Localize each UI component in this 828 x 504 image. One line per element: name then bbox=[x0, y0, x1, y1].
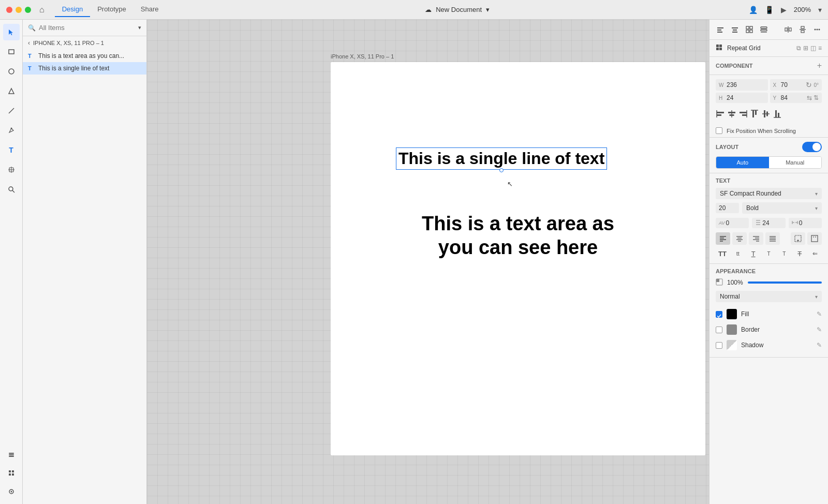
line-tool[interactable] bbox=[3, 102, 20, 119]
chevron-down-icon[interactable]: ▾ bbox=[486, 6, 490, 13]
svg-rect-53 bbox=[742, 114, 747, 116]
align-top-icon[interactable] bbox=[750, 109, 759, 120]
distribute-h-icon[interactable] bbox=[781, 23, 795, 36]
height-field[interactable]: H 24 bbox=[716, 93, 768, 103]
auto-button[interactable]: Auto bbox=[716, 157, 769, 168]
rg-ungroup-icon[interactable]: ⊞ bbox=[803, 45, 808, 52]
select-tool[interactable] bbox=[3, 24, 20, 40]
search-input[interactable] bbox=[39, 24, 135, 32]
font-family-dropdown[interactable]: SF Compact Rounded ▾ bbox=[716, 188, 822, 199]
distribute-v-icon[interactable] bbox=[796, 23, 809, 36]
align-left-icon[interactable] bbox=[716, 109, 725, 120]
text-box-auto-icon[interactable] bbox=[791, 232, 805, 245]
zoom-level[interactable]: 200% bbox=[794, 6, 811, 13]
text-align-center-icon[interactable] bbox=[732, 232, 747, 245]
fill-checkbox[interactable] bbox=[716, 311, 722, 318]
svg-rect-12 bbox=[9, 454, 14, 455]
zoom-tool[interactable] bbox=[3, 181, 20, 198]
text-align-right-icon[interactable] bbox=[749, 232, 763, 245]
align-left-panel-icon[interactable] bbox=[714, 23, 727, 36]
text-section: TEXT SF Compact Rounded ▾ 20 Bold ▾ AV 0 bbox=[709, 173, 828, 264]
grid-view-icon[interactable] bbox=[743, 23, 756, 36]
tab-prototype[interactable]: Prototype bbox=[90, 2, 134, 17]
component-add-icon[interactable]: + bbox=[817, 61, 822, 70]
home-icon[interactable]: ⌂ bbox=[39, 5, 45, 14]
more-icon[interactable] bbox=[810, 23, 824, 36]
text-area-element[interactable]: This is a text area asyou can see here bbox=[371, 212, 665, 259]
blend-mode-dropdown[interactable]: Normal ▾ bbox=[716, 291, 822, 302]
selected-text-element[interactable]: This is a single line of text bbox=[396, 147, 607, 170]
fill-edit-icon[interactable]: ✎ bbox=[817, 310, 822, 318]
rg-copy-icon[interactable]: ⧉ bbox=[796, 45, 801, 52]
component-tool[interactable] bbox=[3, 161, 20, 178]
text-strikethrough-icon[interactable]: T bbox=[793, 248, 806, 259]
border-checkbox[interactable] bbox=[716, 327, 722, 333]
text-subscript-icon[interactable]: T bbox=[777, 248, 791, 259]
layers-dropdown[interactable]: ▾ bbox=[138, 24, 141, 31]
close-button[interactable] bbox=[6, 7, 12, 13]
shadow-edit-icon[interactable]: ✎ bbox=[817, 342, 822, 349]
text-underline-icon[interactable]: T bbox=[747, 248, 760, 259]
tracking-field[interactable]: 0 bbox=[789, 218, 822, 228]
plugins-icon[interactable] bbox=[3, 483, 20, 500]
shadow-color-swatch[interactable] bbox=[727, 340, 737, 350]
border-color-swatch[interactable] bbox=[727, 324, 737, 335]
triangle-tool[interactable] bbox=[3, 83, 20, 99]
font-weight-value: Bold bbox=[746, 204, 759, 212]
chevron-down-zoom-icon[interactable]: ▾ bbox=[818, 6, 822, 14]
manual-button[interactable]: Manual bbox=[769, 157, 822, 168]
text-superscript-icon[interactable]: T bbox=[762, 248, 776, 259]
x-field[interactable]: X 70 ↻ 0° bbox=[770, 79, 822, 91]
user-icon[interactable]: 👤 bbox=[749, 6, 758, 14]
text-tt-small-icon[interactable]: tt bbox=[731, 248, 745, 259]
artboard-name: IPHONE X, XS, 11 PRO – 1 bbox=[33, 40, 104, 46]
layer-item-2[interactable]: T This is a single line of text bbox=[23, 62, 146, 75]
layer-item-1[interactable]: T This is a text area as you can... bbox=[23, 50, 146, 62]
flip-v-icon[interactable]: ⇅ bbox=[814, 94, 819, 101]
opacity-bar[interactable] bbox=[748, 281, 822, 284]
fullscreen-button[interactable] bbox=[25, 7, 31, 13]
border-edit-icon[interactable]: ✎ bbox=[817, 326, 822, 333]
text-box-fixed-icon[interactable] bbox=[807, 232, 822, 245]
rectangle-tool[interactable] bbox=[3, 43, 20, 60]
text-tool[interactable]: T bbox=[3, 142, 20, 158]
svg-rect-43 bbox=[719, 45, 722, 47]
av-field[interactable]: AV 0 bbox=[716, 218, 749, 228]
y-field[interactable]: Y 84 ⇆ ⇅ bbox=[770, 93, 822, 103]
shadow-checkbox[interactable] bbox=[716, 342, 722, 349]
selection-handle[interactable] bbox=[499, 168, 504, 172]
align-right-icon[interactable] bbox=[738, 109, 748, 120]
canvas-area[interactable]: iPhone X, XS, 11 Pro – 1 This is a singl… bbox=[147, 20, 709, 504]
tab-share[interactable]: Share bbox=[134, 2, 166, 17]
responsive-resize-toggle[interactable] bbox=[802, 142, 822, 152]
stack-icon[interactable] bbox=[757, 23, 771, 36]
align-bottom-icon[interactable] bbox=[773, 109, 782, 120]
layers-icon[interactable] bbox=[3, 446, 20, 463]
text-rtl-icon[interactable]: ⇐ bbox=[808, 248, 822, 259]
layers-back-button[interactable]: ‹ IPHONE X, XS, 11 PRO – 1 bbox=[23, 36, 146, 50]
rg-close-icon[interactable]: ≡ bbox=[818, 45, 822, 52]
fill-color-swatch[interactable] bbox=[727, 309, 737, 319]
document-title[interactable]: New Document bbox=[436, 6, 482, 13]
tab-design[interactable]: Design bbox=[55, 2, 90, 17]
minimize-button[interactable] bbox=[16, 7, 22, 13]
align-center-v-icon[interactable] bbox=[761, 109, 771, 120]
flip-h-icon[interactable]: ⇆ bbox=[807, 94, 812, 101]
device-icon[interactable]: 📱 bbox=[765, 6, 774, 14]
font-size-field[interactable]: 20 bbox=[716, 203, 739, 213]
ellipse-tool[interactable] bbox=[3, 63, 20, 80]
text-tt-icon[interactable]: TT bbox=[716, 248, 729, 259]
assets-icon[interactable] bbox=[3, 465, 20, 481]
text-align-justify-icon[interactable] bbox=[765, 232, 780, 245]
text-align-left-icon[interactable] bbox=[716, 232, 730, 245]
font-weight-dropdown[interactable]: Bold ▾ bbox=[742, 202, 822, 214]
align-center-panel-icon[interactable] bbox=[728, 23, 742, 36]
artboard[interactable]: This is a single line of text This is a … bbox=[331, 62, 705, 455]
rg-settings-icon[interactable]: ◫ bbox=[810, 45, 816, 52]
fix-position-checkbox[interactable] bbox=[716, 127, 722, 134]
line-height-field[interactable]: 24 bbox=[752, 218, 785, 228]
width-field[interactable]: W 236 bbox=[716, 79, 768, 91]
pen-tool[interactable] bbox=[3, 122, 20, 139]
align-center-h-icon[interactable] bbox=[727, 109, 736, 120]
play-icon[interactable]: ▶ bbox=[781, 6, 787, 14]
